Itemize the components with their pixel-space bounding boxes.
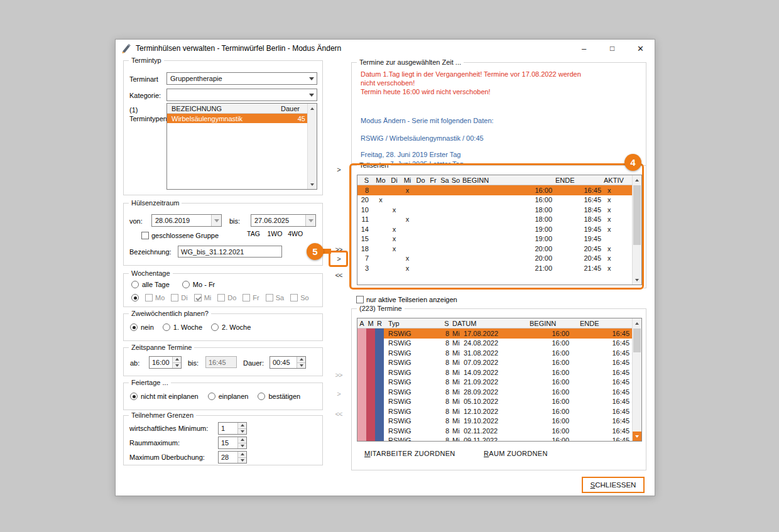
weekday-fr[interactable]: Fr <box>242 294 259 301</box>
move-right-button[interactable]: > <box>331 165 346 175</box>
teilserien-scrollbar[interactable] <box>632 175 641 285</box>
spin-up-icon[interactable] <box>238 423 246 428</box>
weekday-sa[interactable]: Sa <box>266 294 284 301</box>
radio-2-woche[interactable]: 2. Woche <box>211 323 251 331</box>
termine-row[interactable]: RSWiG8Mi09.11.202216:0016:45 <box>357 436 632 442</box>
column-dauer[interactable]: Dauer <box>281 105 307 112</box>
termine-row[interactable]: RSWiG8Mi12.10.202216:0016:45 <box>357 406 632 416</box>
ab-time-spinner[interactable]: 16:00 <box>149 356 182 369</box>
mitarbeiter-zuordnen-button[interactable]: MITARBEITER ZUORDNEN <box>364 450 455 457</box>
spin-down-icon[interactable] <box>173 362 181 369</box>
radio[interactable] <box>208 393 215 400</box>
termine-row[interactable]: RSWiG8Mi02.11.202216:0016:45 <box>357 426 632 436</box>
checkbox[interactable] <box>141 232 149 239</box>
radio-custom-days[interactable] <box>131 294 139 301</box>
column-beginn[interactable]: BEGINN <box>461 175 554 185</box>
radio[interactable] <box>131 281 139 288</box>
termine-row[interactable]: RSWiG8Mi07.09.202216:0016:45 <box>357 358 632 368</box>
scrollbar-thumb[interactable] <box>633 328 641 352</box>
move-all-right-button-lower[interactable]: >> <box>331 370 346 380</box>
column-do[interactable]: Do <box>414 175 427 185</box>
column-aktiv[interactable]: AKTIV <box>602 175 632 185</box>
radio-1-woche[interactable]: 1. Woche <box>163 323 202 331</box>
column-mi[interactable]: Mi <box>401 175 414 185</box>
checkbox[interactable] <box>217 294 225 301</box>
termine-row[interactable]: RSWiG8Mi21.09.202216:0016:45 <box>357 377 632 388</box>
teilserien-row[interactable]: 14x19:0019:45x <box>357 224 632 234</box>
calendar-dropdown-icon[interactable] <box>305 215 315 226</box>
spin-up-icon[interactable] <box>173 357 181 362</box>
move-all-left-button-lower[interactable]: << <box>331 409 346 419</box>
radio-einplanen[interactable]: einplanen <box>208 393 249 400</box>
radio[interactable] <box>182 281 190 288</box>
nur-aktive-checkbox[interactable]: nur aktive Teilserien anzeigen <box>356 296 457 303</box>
checkbox[interactable] <box>266 294 273 301</box>
teilserien-row[interactable]: 18x20:0020:45x <box>357 244 632 254</box>
column-a[interactable]: A <box>357 318 366 328</box>
termine-row[interactable]: RSWiG8Mi14.09.202216:0016:45 <box>357 367 632 377</box>
termine-row[interactable]: RSWiG8Mi19.10.202216:0016:45 <box>357 416 632 426</box>
move-all-right-button[interactable]: >> <box>331 244 346 254</box>
scroll-up-icon[interactable] <box>633 175 641 185</box>
bis-date-field[interactable]: 27.06.2025 <box>251 214 316 227</box>
column-so[interactable]: So <box>450 175 461 185</box>
spin-down-icon[interactable] <box>238 428 246 435</box>
teilserien-row[interactable]: 3x21:0021:45x <box>357 263 632 273</box>
scroll-down-icon[interactable] <box>308 180 317 189</box>
weekday-mo[interactable]: Mo <box>145 294 165 301</box>
column-bezeichnung[interactable]: BEZEICHNUNG <box>167 105 281 112</box>
teilserien-row[interactable]: 11x18:0018:45x <box>357 215 632 225</box>
column-ende[interactable]: ENDE <box>570 318 632 328</box>
termine-row[interactable]: RSWiG8Mi31.08.202216:0016:45 <box>357 348 632 358</box>
bezeichnung-input[interactable]: WG_bis_31.12.2021 <box>178 246 282 258</box>
teilserien-row[interactable]: 20x16:0016:45x <box>357 195 632 205</box>
termine-row[interactable]: RSWiG8Mi28.09.202216:0016:45 <box>357 387 632 397</box>
checkbox[interactable] <box>171 294 178 301</box>
spin-down-icon[interactable] <box>297 362 305 369</box>
radio-bestätigen[interactable]: bestätigen <box>258 393 300 400</box>
weekday-mi[interactable]: Mi <box>194 294 212 301</box>
move-right-button-highlighted[interactable]: > <box>332 254 346 264</box>
scroll-down-icon[interactable] <box>633 275 641 285</box>
column-s[interactable]: S <box>442 318 451 328</box>
column-typ[interactable]: Typ <box>384 318 442 328</box>
von-date-field[interactable]: 28.06.2019 <box>151 214 222 227</box>
teilserien-row[interactable]: 15x19:0019:45 <box>357 234 632 244</box>
chevron-down-icon[interactable] <box>307 89 317 100</box>
column-ende[interactable]: ENDE <box>554 175 602 185</box>
terminart-select[interactable]: Gruppentherapie <box>166 72 317 85</box>
scroll-down-icon[interactable] <box>633 432 641 441</box>
ueberbuchung-spinner[interactable]: 28 <box>218 451 247 464</box>
spin-up-icon[interactable] <box>238 437 246 443</box>
raummaximum-spinner[interactable]: 15 <box>218 437 247 449</box>
minimize-button[interactable]: – <box>570 40 598 57</box>
move-right-button-lower[interactable]: > <box>331 389 346 399</box>
scrollbar-thumb[interactable] <box>633 185 641 245</box>
radio[interactable] <box>130 323 138 331</box>
termintyp-list-item[interactable]: Wirbelsäulengymnastik 45 <box>167 114 307 123</box>
radio[interactable] <box>211 323 219 331</box>
scroll-up-icon[interactable] <box>633 318 641 328</box>
checkbox[interactable] <box>194 294 202 301</box>
column-fr[interactable]: Fr <box>427 175 439 185</box>
move-all-left-button[interactable]: << <box>331 270 346 280</box>
schliessen-button[interactable]: SCHLIESSEN <box>582 477 645 493</box>
raum-zuordnen-button[interactable]: RAUM ZUORDNEN <box>484 450 548 457</box>
column-m[interactable]: M <box>366 318 375 328</box>
radio[interactable] <box>130 393 138 400</box>
radio-nein[interactable]: nein <box>130 323 154 331</box>
column-r[interactable]: R <box>375 318 384 328</box>
scrollbar[interactable] <box>307 104 317 189</box>
column-mo[interactable]: Mo <box>374 175 388 185</box>
kategorie-select[interactable] <box>166 89 317 101</box>
dauer-spinner[interactable]: 00:45 <box>270 356 306 369</box>
geschlossene-gruppe-checkbox[interactable]: geschlossene Gruppe <box>141 232 219 239</box>
checkbox[interactable] <box>290 294 298 301</box>
radio-alle-tage[interactable]: alle Tage <box>131 281 170 288</box>
weekday-so[interactable]: So <box>290 294 308 301</box>
chevron-down-icon[interactable] <box>307 73 317 84</box>
teilserien-row[interactable]: 10x18:0018:45x <box>357 205 632 215</box>
termine-row[interactable]: RSWiG8Mi05.10.202216:0016:45 <box>357 397 632 407</box>
spin-down-icon[interactable] <box>238 457 246 464</box>
weekday-di[interactable]: Di <box>171 294 187 301</box>
